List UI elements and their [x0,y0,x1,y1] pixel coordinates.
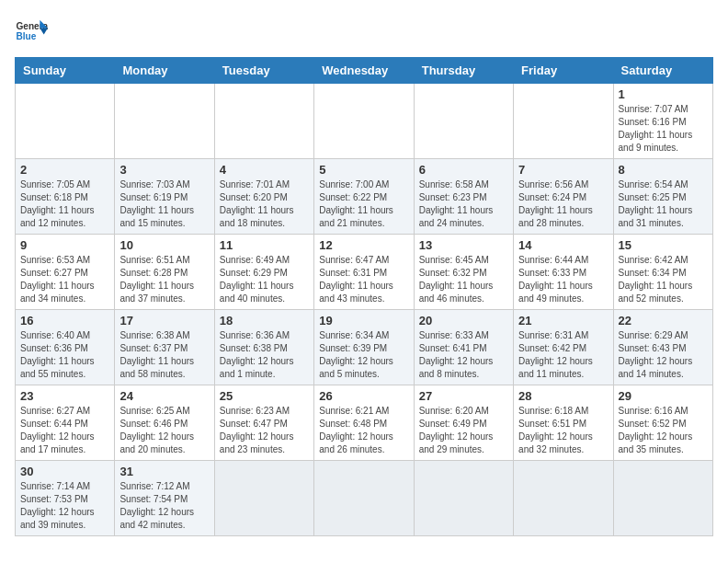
day-number: 18 [220,314,309,327]
calendar-cell [16,84,115,159]
calendar-cell [514,461,613,536]
day-number: 3 [119,163,209,177]
calendar-cell: 5Sunrise: 7:00 AM Sunset: 6:22 PM Daylig… [314,159,414,235]
day-info: Sunrise: 6:27 AM Sunset: 6:44 PM Dayligh… [20,405,109,456]
day-number: 10 [119,238,209,252]
day-number: 19 [319,314,408,327]
day-info: Sunrise: 6:56 AM Sunset: 6:24 PM Dayligh… [518,178,608,230]
day-info: Sunrise: 6:40 AM Sunset: 6:36 PM Dayligh… [20,329,109,381]
day-number: 13 [419,238,508,252]
day-number: 23 [20,389,109,403]
calendar-cell: 18Sunrise: 6:36 AM Sunset: 6:38 PM Dayli… [214,310,313,385]
day-number: 6 [419,163,508,177]
calendar-cell: 10Sunrise: 6:51 AM Sunset: 6:28 PM Dayli… [115,235,214,310]
calendar-cell: 1Sunrise: 7:07 AM Sunset: 6:16 PM Daylig… [613,84,712,159]
calendar-cell: 29Sunrise: 6:16 AM Sunset: 6:52 PM Dayli… [613,385,712,461]
day-info: Sunrise: 6:31 AM Sunset: 6:42 PM Dayligh… [518,329,608,381]
logo-icon: General Blue [15,15,48,48]
calendar-cell [414,461,513,536]
day-info: Sunrise: 6:44 AM Sunset: 6:33 PM Dayligh… [518,254,608,305]
calendar-cell: 7Sunrise: 6:56 AM Sunset: 6:24 PM Daylig… [514,159,613,235]
day-info: Sunrise: 6:29 AM Sunset: 6:43 PM Dayligh… [619,329,708,381]
day-info: Sunrise: 7:07 AM Sunset: 6:16 PM Dayligh… [619,103,708,155]
calendar-header-row: SundayMondayTuesdayWednesdayThursdayFrid… [16,58,713,84]
day-info: Sunrise: 6:16 AM Sunset: 6:52 PM Dayligh… [619,405,708,456]
svg-marker-3 [40,28,48,34]
day-info: Sunrise: 6:20 AM Sunset: 6:49 PM Dayligh… [419,405,508,456]
day-number: 16 [20,314,109,327]
day-number: 24 [119,389,209,403]
calendar-cell: 22Sunrise: 6:29 AM Sunset: 6:43 PM Dayli… [613,310,712,385]
day-number: 20 [419,314,508,327]
calendar-cell: 3Sunrise: 7:03 AM Sunset: 6:19 PM Daylig… [115,159,214,235]
day-info: Sunrise: 6:49 AM Sunset: 6:29 PM Dayligh… [220,254,309,305]
calendar-cell [314,461,414,536]
page-header: General Blue [15,15,713,48]
calendar-cell: 6Sunrise: 6:58 AM Sunset: 6:23 PM Daylig… [414,159,513,235]
calendar-cell [115,84,214,159]
calendar-cell [214,461,313,536]
day-number: 17 [119,314,209,327]
calendar-cell: 17Sunrise: 6:38 AM Sunset: 6:37 PM Dayli… [115,310,214,385]
calendar-cell: 30Sunrise: 7:14 AM Sunset: 7:53 PM Dayli… [16,461,115,536]
day-number: 27 [419,389,508,403]
day-info: Sunrise: 6:21 AM Sunset: 6:48 PM Dayligh… [319,405,408,456]
calendar-cell [414,84,513,159]
calendar-cell: 15Sunrise: 6:42 AM Sunset: 6:34 PM Dayli… [613,235,712,310]
calendar-cell: 16Sunrise: 6:40 AM Sunset: 6:36 PM Dayli… [16,310,115,385]
calendar-cell [214,84,313,159]
header-tuesday: Tuesday [214,58,313,84]
day-number: 12 [319,238,408,252]
header-friday: Friday [514,58,613,84]
day-info: Sunrise: 6:58 AM Sunset: 6:23 PM Dayligh… [419,178,508,230]
logo: General Blue [15,15,48,48]
day-info: Sunrise: 6:25 AM Sunset: 6:46 PM Dayligh… [119,405,209,456]
day-info: Sunrise: 6:51 AM Sunset: 6:28 PM Dayligh… [119,254,209,305]
calendar-cell: 27Sunrise: 6:20 AM Sunset: 6:49 PM Dayli… [414,385,513,461]
day-number: 26 [319,389,408,403]
calendar-cell: 31Sunrise: 7:12 AM Sunset: 7:54 PM Dayli… [115,461,214,536]
day-info: Sunrise: 7:05 AM Sunset: 6:18 PM Dayligh… [20,178,109,230]
week-row-3: 9Sunrise: 6:53 AM Sunset: 6:27 PM Daylig… [16,235,713,310]
calendar-cell: 23Sunrise: 6:27 AM Sunset: 6:44 PM Dayli… [16,385,115,461]
day-number: 14 [518,238,608,252]
header-wednesday: Wednesday [314,58,414,84]
day-number: 15 [619,238,708,252]
day-number: 25 [220,389,309,403]
day-info: Sunrise: 6:47 AM Sunset: 6:31 PM Dayligh… [319,254,408,305]
day-number: 29 [619,389,708,403]
day-info: Sunrise: 7:12 AM Sunset: 7:54 PM Dayligh… [119,480,209,532]
day-info: Sunrise: 6:53 AM Sunset: 6:27 PM Dayligh… [20,254,109,305]
calendar-cell: 4Sunrise: 7:01 AM Sunset: 6:20 PM Daylig… [214,159,313,235]
calendar-cell: 14Sunrise: 6:44 AM Sunset: 6:33 PM Dayli… [514,235,613,310]
day-info: Sunrise: 6:45 AM Sunset: 6:32 PM Dayligh… [419,254,508,305]
header-saturday: Saturday [613,58,712,84]
day-info: Sunrise: 6:54 AM Sunset: 6:25 PM Dayligh… [619,178,708,230]
day-number: 9 [20,238,109,252]
day-info: Sunrise: 6:34 AM Sunset: 6:39 PM Dayligh… [319,329,408,381]
calendar-cell: 26Sunrise: 6:21 AM Sunset: 6:48 PM Dayli… [314,385,414,461]
day-number: 5 [319,163,408,177]
day-info: Sunrise: 6:23 AM Sunset: 6:47 PM Dayligh… [220,405,309,456]
calendar-cell: 11Sunrise: 6:49 AM Sunset: 6:29 PM Dayli… [214,235,313,310]
day-number: 28 [518,389,608,403]
day-info: Sunrise: 7:14 AM Sunset: 7:53 PM Dayligh… [20,480,109,532]
day-info: Sunrise: 6:36 AM Sunset: 6:38 PM Dayligh… [220,329,309,381]
day-number: 2 [20,163,109,177]
calendar-cell: 25Sunrise: 6:23 AM Sunset: 6:47 PM Dayli… [214,385,313,461]
day-number: 30 [20,465,109,478]
day-number: 4 [220,163,309,177]
calendar-cell: 28Sunrise: 6:18 AM Sunset: 6:51 PM Dayli… [514,385,613,461]
calendar-cell: 8Sunrise: 6:54 AM Sunset: 6:25 PM Daylig… [613,159,712,235]
day-info: Sunrise: 7:00 AM Sunset: 6:22 PM Dayligh… [319,178,408,230]
header-thursday: Thursday [414,58,513,84]
calendar-cell [314,84,414,159]
day-number: 1 [619,87,708,101]
day-number: 22 [619,314,708,327]
calendar-cell: 12Sunrise: 6:47 AM Sunset: 6:31 PM Dayli… [314,235,414,310]
week-row-2: 2Sunrise: 7:05 AM Sunset: 6:18 PM Daylig… [16,159,713,235]
day-info: Sunrise: 6:18 AM Sunset: 6:51 PM Dayligh… [518,405,608,456]
day-number: 11 [220,238,309,252]
calendar-cell: 19Sunrise: 6:34 AM Sunset: 6:39 PM Dayli… [314,310,414,385]
day-number: 21 [518,314,608,327]
